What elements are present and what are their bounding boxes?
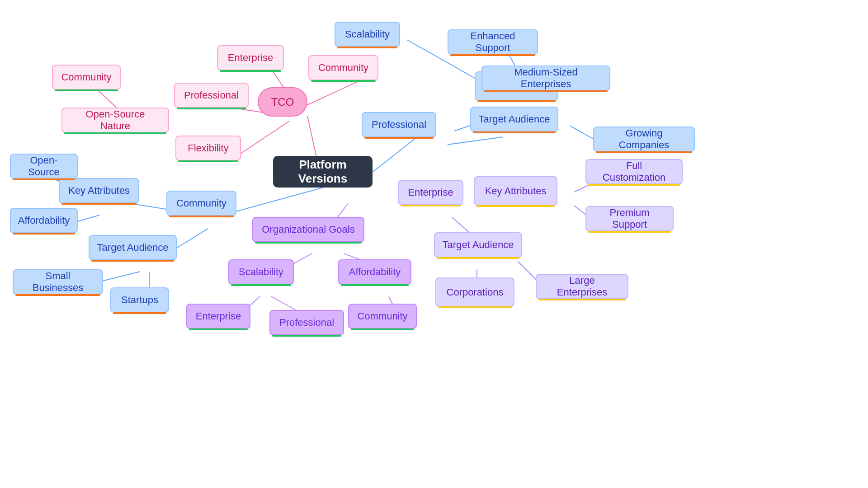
large-enterprises-label: Large Enterprises [544, 275, 620, 298]
community-top-node[interactable]: Community [308, 55, 378, 80]
open-source-node[interactable]: Open-Source [10, 154, 78, 179]
startups-node[interactable]: Startups [110, 287, 169, 313]
premium-support-node[interactable]: Premium Support [585, 206, 674, 231]
svg-line-19 [373, 137, 417, 172]
org-goals-node[interactable]: Organizational Goals [252, 217, 364, 242]
open-source-label: Open-Source [18, 155, 70, 178]
small-businesses-label: Small Businesses [21, 270, 95, 294]
professional-pink-node[interactable]: Professional [174, 83, 249, 108]
affordability-left-node[interactable]: Affordability [10, 208, 78, 233]
corporations-label: Corporations [447, 286, 504, 298]
professional-pink-label: Professional [184, 89, 239, 101]
enterprise-pink-node[interactable]: Enterprise [217, 45, 284, 70]
target-audience-blue-node[interactable]: Target Audience [89, 235, 177, 260]
target-audience-purple-label: Target Audience [443, 239, 514, 251]
community-blue-node[interactable]: Community [166, 191, 236, 216]
org-goals-label: Organizational Goals [262, 224, 354, 235]
full-customization-node[interactable]: Full Customization [585, 159, 683, 184]
affordability-purple-label: Affordability [349, 266, 401, 278]
community-pink-label: Community [61, 71, 111, 83]
enterprise-right-label: Enterprise [408, 187, 453, 198]
key-attrs-blue-label: Key Attributes [68, 185, 130, 197]
enterprise-right-node[interactable]: Enterprise [398, 180, 463, 205]
community-blue-label: Community [176, 197, 226, 209]
enterprise-purple-label: Enterprise [196, 310, 241, 322]
professional-blue-label: Professional [372, 119, 426, 131]
enterprise-purple-node[interactable]: Enterprise [186, 304, 250, 329]
enterprise-pink-label: Enterprise [228, 52, 273, 64]
open-source-nature-node[interactable]: Open-Source Nature [61, 108, 169, 133]
scalability-purple-node[interactable]: Scalability [228, 259, 294, 285]
flexibility-label: Flexibility [188, 142, 228, 154]
medium-enterprises-label: Medium-Sized Enterprises [490, 66, 602, 90]
community-purple-node[interactable]: Community [348, 304, 417, 329]
target-audience-right-label: Target Audience [479, 113, 550, 125]
enhanced-support-label: Enhanced Support [456, 30, 530, 54]
growing-companies-node[interactable]: Growing Companies [593, 127, 695, 152]
growing-companies-label: Growing Companies [601, 127, 687, 151]
professional-purple-node[interactable]: Professional [269, 310, 344, 335]
key-attrs-purple-label: Key Attributes [485, 185, 547, 197]
corporations-node[interactable]: Corporations [435, 277, 514, 307]
community-top-label: Community [318, 62, 368, 74]
professional-purple-label: Professional [279, 317, 334, 328]
scalability-purple-label: Scalability [239, 266, 283, 278]
large-enterprises-node[interactable]: Large Enterprises [536, 274, 628, 299]
medium-enterprises-node[interactable]: Medium-Sized Enterprises [481, 66, 610, 91]
target-audience-blue-label: Target Audience [97, 242, 169, 253]
target-audience-purple-node[interactable]: Target Audience [434, 232, 522, 258]
key-attrs-blue-node[interactable]: Key Attributes [59, 178, 139, 203]
startups-label: Startups [121, 294, 158, 306]
svg-line-2 [307, 80, 360, 105]
premium-support-label: Premium Support [594, 207, 665, 230]
full-customization-label: Full Customization [594, 160, 675, 183]
professional-blue-node[interactable]: Professional [362, 112, 436, 137]
mindmap-canvas: Platform Versions TCO Enterprise Communi… [0, 0, 868, 488]
community-purple-label: Community [357, 310, 407, 322]
key-attrs-purple-node[interactable]: Key Attributes [474, 176, 557, 206]
enhanced-support-node[interactable]: Enhanced Support [448, 29, 538, 55]
flexibility-node[interactable]: Flexibility [175, 136, 241, 161]
scalability-blue-node[interactable]: Scalability [335, 22, 400, 47]
community-pink-node[interactable]: Community [52, 65, 121, 90]
small-businesses-node[interactable]: Small Businesses [13, 269, 103, 295]
center-node[interactable]: Platform Versions [273, 156, 373, 188]
scalability-blue-label: Scalability [345, 28, 390, 40]
tco-node[interactable]: TCO [258, 87, 307, 117]
tco-label: TCO [271, 96, 294, 108]
open-source-nature-label: Open-Source Nature [70, 108, 161, 132]
target-audience-right-node[interactable]: Target Audience [470, 107, 558, 132]
svg-line-24 [448, 137, 503, 145]
affordability-purple-node[interactable]: Affordability [338, 259, 411, 285]
affordability-left-label: Affordability [18, 215, 70, 226]
center-label: Platform Versions [280, 158, 365, 186]
